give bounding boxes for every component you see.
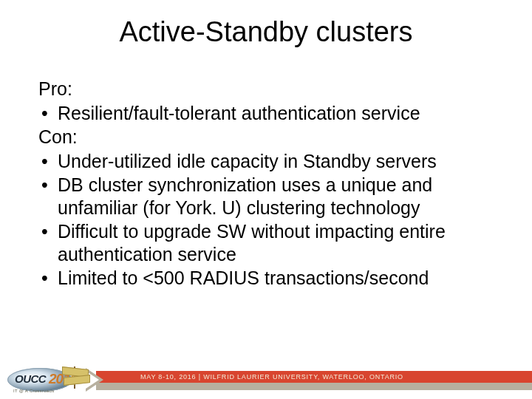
logo-text: OUCC xyxy=(15,372,46,385)
con-bullet: Under-utilized idle capacity in Standby … xyxy=(38,150,497,173)
pro-bullet: Resilient/fault-tolerant authentication … xyxy=(38,102,497,125)
slide-footer: MAY 8-10, 2016 | WILFRID LAURIER UNIVERS… xyxy=(0,371,532,399)
signpost-sign-icon xyxy=(64,375,90,386)
con-bullet: DB cluster synchronization uses a unique… xyxy=(38,174,497,219)
signpost-icon xyxy=(61,364,93,389)
slide-body: Pro: Resilient/fault-tolerant authentica… xyxy=(38,78,497,291)
footer-bar-red: MAY 8-10, 2016 | WILFRID LAURIER UNIVERS… xyxy=(96,371,532,383)
con-bullet: Difficult to upgrade SW without impactin… xyxy=(38,220,497,265)
conference-logo: OUCC 2016 IT @ A Crossroads xyxy=(7,364,90,396)
pro-heading: Pro: xyxy=(38,78,497,100)
con-heading: Con: xyxy=(38,126,497,149)
con-bullet: Limited to <500 RADIUS transactions/seco… xyxy=(38,267,497,290)
footer-bar-grey xyxy=(96,383,532,390)
logo-subtitle: IT @ A Crossroads xyxy=(13,389,54,393)
slide-title: Active-Standby clusters xyxy=(0,16,532,48)
